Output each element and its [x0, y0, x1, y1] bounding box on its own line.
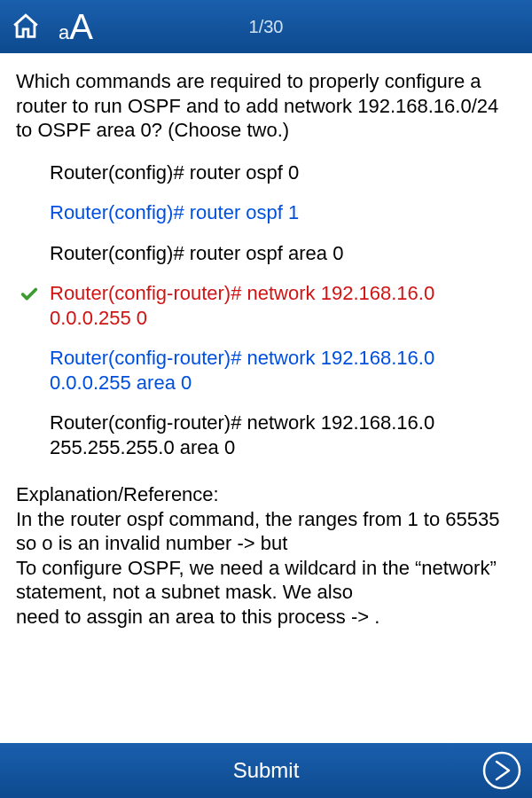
footer-bar: Submit [0, 743, 532, 798]
answer-choice[interactable]: Router(config-router)# network 192.168.1… [50, 346, 516, 395]
answer-choice[interactable]: Router(config-router)# network 192.168.1… [50, 281, 516, 330]
explanation-block: Explanation/Reference: In the router osp… [16, 482, 516, 629]
answer-choice[interactable]: Router(config)# router ospf 0 [50, 160, 516, 185]
submit-button[interactable]: Submit [233, 758, 300, 783]
check-icon [20, 285, 39, 304]
content-area: Which commands are required to properly … [0, 53, 532, 743]
question-text: Which commands are required to properly … [16, 69, 516, 143]
choice-text: Router(config)# router ospf area 0 [50, 242, 343, 264]
choices-list: Router(config)# router ospf 0Router(conf… [50, 160, 516, 460]
next-arrow-icon[interactable] [482, 751, 521, 790]
home-icon[interactable] [11, 12, 41, 42]
choice-text: Router(config-router)# network 192.168.1… [50, 282, 434, 329]
header-bar: aA 1/30 [0, 0, 532, 53]
explanation-title: Explanation/Reference: [16, 482, 516, 507]
font-small-a: a [59, 21, 69, 44]
question-counter: 1/30 [249, 17, 284, 37]
font-big-a: A [69, 7, 93, 47]
svg-point-0 [484, 753, 520, 788]
choice-text: Router(config)# router ospf 0 [50, 161, 299, 184]
choice-text: Router(config-router)# network 192.168.1… [50, 347, 434, 394]
choice-text: Router(config)# router ospf 1 [50, 201, 299, 223]
answer-choice[interactable]: Router(config)# router ospf area 0 [50, 241, 516, 266]
font-size-button[interactable]: aA [59, 7, 93, 47]
choice-text: Router(config-router)# network 192.168.1… [50, 411, 434, 458]
answer-choice[interactable]: Router(config)# router ospf 1 [50, 200, 516, 225]
answer-choice[interactable]: Router(config-router)# network 192.168.1… [50, 411, 516, 459]
explanation-body: In the router ospf command, the ranges f… [16, 507, 516, 630]
